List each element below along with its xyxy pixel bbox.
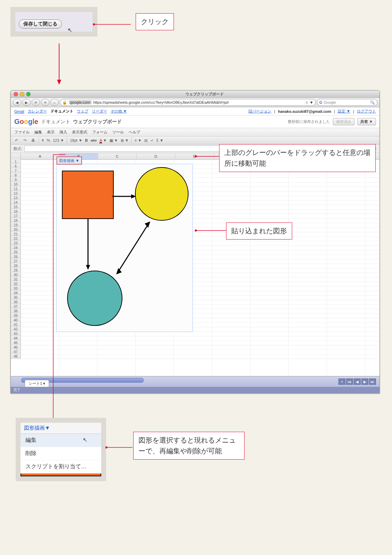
- percent-format[interactable]: %: [47, 138, 50, 142]
- menu-form[interactable]: フォーム: [92, 130, 107, 135]
- menu-file[interactable]: ファイル: [14, 130, 30, 135]
- bold-button[interactable]: B: [85, 138, 88, 142]
- borders-icon[interactable]: ⊞ ▼: [121, 138, 129, 143]
- row-header[interactable]: 20: [11, 227, 21, 232]
- back-button[interactable]: ◀: [13, 99, 21, 106]
- undo-icon[interactable]: ↶: [14, 138, 19, 143]
- save-close-button[interactable]: 保存して閉じる: [19, 19, 62, 29]
- col-A[interactable]: A: [21, 153, 59, 159]
- home-button[interactable]: ⌂: [50, 99, 59, 106]
- col-D[interactable]: D: [137, 153, 175, 159]
- row-header[interactable]: 47: [11, 350, 21, 354]
- row-header[interactable]: 8: [11, 173, 21, 178]
- currency-format[interactable]: ¥: [42, 138, 44, 142]
- row-header[interactable]: 21: [11, 232, 21, 237]
- reload-button[interactable]: ⟳: [32, 99, 40, 106]
- popup-item-edit[interactable]: 編集 ↖: [21, 434, 101, 447]
- row-header[interactable]: 27: [11, 259, 21, 264]
- close-window-icon[interactable]: [14, 92, 18, 96]
- star-icon[interactable]: ☆ ▼: [305, 100, 313, 105]
- next-sheet-button[interactable]: ▶: [361, 378, 368, 385]
- row-header[interactable]: 25: [11, 250, 21, 255]
- save-button[interactable]: 保存済み: [333, 118, 354, 125]
- row-header[interactable]: 33: [11, 286, 21, 291]
- row-header[interactable]: 11: [11, 187, 21, 191]
- row-header[interactable]: 35: [11, 295, 21, 300]
- row-header[interactable]: 15: [11, 205, 21, 210]
- row-header[interactable]: 14: [11, 200, 21, 205]
- row-header[interactable]: 19: [11, 223, 21, 228]
- row-header[interactable]: 24: [11, 245, 21, 250]
- menu-edit[interactable]: 編集: [34, 130, 42, 135]
- last-sheet-button[interactable]: ⏭: [369, 378, 376, 385]
- row-header[interactable]: 9: [11, 178, 21, 182]
- popup-item-assign-script[interactable]: スクリプトを割り当て…: [21, 460, 101, 474]
- share-button[interactable]: 共有 ▼: [357, 118, 376, 125]
- col-E[interactable]: E: [175, 153, 214, 159]
- row-header[interactable]: 6: [11, 164, 21, 169]
- menu-view[interactable]: 表示: [47, 130, 55, 135]
- row-header[interactable]: 42: [11, 327, 21, 332]
- row-header[interactable]: 38: [11, 309, 21, 314]
- row-header[interactable]: 37: [11, 304, 21, 309]
- functions-button[interactable]: Σ ▼: [156, 138, 163, 142]
- search-box[interactable]: G Google 🔍: [317, 99, 377, 106]
- redo-icon[interactable]: ↷: [22, 138, 27, 143]
- menu-insert[interactable]: 挿入: [59, 130, 67, 135]
- prev-sheet-button[interactable]: ◀: [354, 378, 361, 385]
- url-bar[interactable]: 🔒 google.com https://spreadsheets.google…: [60, 99, 316, 106]
- stop-button[interactable]: ✕: [41, 99, 49, 106]
- row-header[interactable]: 7: [11, 169, 21, 173]
- gbar-docs[interactable]: ドキュメント: [50, 109, 73, 114]
- menu-tools[interactable]: ツール: [112, 130, 124, 135]
- row-header[interactable]: 41: [11, 322, 21, 327]
- row-header[interactable]: 46: [11, 345, 21, 350]
- popup-title[interactable]: 図形描画▼: [21, 423, 101, 434]
- add-sheet-button[interactable]: +: [338, 378, 345, 385]
- gbar-gmail[interactable]: Gmail: [14, 109, 24, 114]
- row-header[interactable]: 43: [11, 331, 21, 336]
- row-header[interactable]: 34: [11, 291, 21, 296]
- drawing-menu-button[interactable]: 図形描画 ▼: [57, 157, 82, 164]
- row-header[interactable]: 45: [11, 341, 21, 345]
- number-format[interactable]: 123 ▼: [53, 138, 64, 142]
- menu-help[interactable]: ヘルプ: [129, 130, 140, 135]
- settings-link[interactable]: 設定 ▼: [338, 109, 350, 114]
- minimize-window-icon[interactable]: [20, 92, 24, 96]
- menu-format[interactable]: 表示形式: [72, 130, 87, 135]
- row-header[interactable]: 23: [11, 241, 21, 246]
- tab-dropdown-icon[interactable]: ▾: [43, 381, 45, 385]
- fill-color-icon[interactable]: ▦ ▼: [110, 138, 118, 143]
- document-title[interactable]: ウェブクリップボード: [73, 119, 122, 125]
- row-header[interactable]: 29: [11, 268, 21, 273]
- row-header[interactable]: 18: [11, 218, 21, 223]
- merge-icon[interactable]: ⊟: [144, 138, 147, 143]
- row-header[interactable]: 30: [11, 273, 21, 278]
- align-icon[interactable]: ≡ ▼: [135, 138, 142, 142]
- select-all-corner[interactable]: [11, 153, 21, 159]
- old-version-link[interactable]: 旧バージョン: [248, 109, 271, 114]
- row-header[interactable]: 36: [11, 300, 21, 305]
- row-header[interactable]: 12: [11, 191, 21, 196]
- zoom-window-icon[interactable]: [26, 92, 31, 96]
- wrap-icon[interactable]: ⤶: [150, 138, 153, 143]
- row-header[interactable]: 48: [11, 354, 21, 359]
- popup-item-delete[interactable]: 削除: [21, 447, 101, 460]
- row-header[interactable]: 40: [11, 318, 21, 323]
- embedded-drawing[interactable]: 図形描画 ▼: [56, 164, 193, 332]
- gbar-calendar[interactable]: カレンダー: [28, 109, 47, 114]
- gbar-more[interactable]: その他 ▼: [111, 109, 127, 114]
- row-header[interactable]: 13: [11, 196, 21, 201]
- fontsize[interactable]: 18pt ▼: [70, 138, 82, 142]
- row-header[interactable]: 10: [11, 182, 21, 187]
- strike-button[interactable]: abc: [91, 138, 97, 142]
- row-header[interactable]: 26: [11, 255, 21, 259]
- sheet-tab[interactable]: シート1 ▾: [25, 380, 49, 387]
- row-header[interactable]: 1: [11, 159, 21, 164]
- logout-link[interactable]: ログアウト: [357, 109, 376, 114]
- first-sheet-button[interactable]: ⏮: [346, 378, 353, 385]
- row-header[interactable]: 17: [11, 214, 21, 219]
- gbar-web[interactable]: ウェブ: [77, 109, 88, 114]
- row-header[interactable]: 32: [11, 282, 21, 287]
- gbar-reader[interactable]: リーダー: [92, 109, 107, 114]
